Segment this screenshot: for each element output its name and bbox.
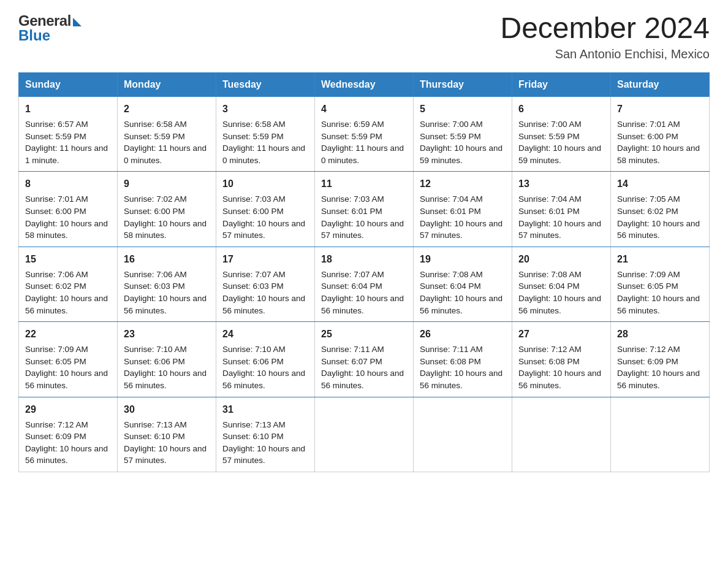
day-number: 18 <box>321 252 407 266</box>
calendar-cell <box>611 397 710 472</box>
day-number: 22 <box>25 327 111 341</box>
calendar-week-row: 8Sunrise: 7:01 AMSunset: 6:00 PMDaylight… <box>19 172 710 247</box>
calendar-cell: 16Sunrise: 7:06 AMSunset: 6:03 PMDayligh… <box>118 247 216 321</box>
day-number: 27 <box>518 327 604 341</box>
col-header-thursday: Thursday <box>414 72 512 96</box>
day-number: 14 <box>617 177 703 191</box>
calendar-cell: 18Sunrise: 7:07 AMSunset: 6:04 PMDayligh… <box>315 247 414 321</box>
day-number: 2 <box>124 102 210 116</box>
day-number: 17 <box>222 252 308 266</box>
day-number: 5 <box>420 102 506 116</box>
month-title: December 2024 <box>500 12 710 45</box>
calendar-cell: 5Sunrise: 7:00 AMSunset: 5:59 PMDaylight… <box>414 96 512 171</box>
col-header-friday: Friday <box>512 72 611 96</box>
calendar-cell: 3Sunrise: 6:58 AMSunset: 5:59 PMDaylight… <box>216 96 315 171</box>
col-header-wednesday: Wednesday <box>315 72 414 96</box>
col-header-tuesday: Tuesday <box>216 72 315 96</box>
calendar-cell: 9Sunrise: 7:02 AMSunset: 6:00 PMDaylight… <box>118 172 216 247</box>
calendar-cell: 4Sunrise: 6:59 AMSunset: 5:59 PMDaylight… <box>315 96 414 171</box>
calendar-cell: 19Sunrise: 7:08 AMSunset: 6:04 PMDayligh… <box>414 247 512 321</box>
day-number: 30 <box>124 402 210 416</box>
day-number: 11 <box>321 177 407 191</box>
calendar-cell: 24Sunrise: 7:10 AMSunset: 6:06 PMDayligh… <box>216 322 315 397</box>
title-section: December 2024 San Antonio Enchisi, Mexic… <box>500 12 710 61</box>
logo-blue-text: Blue <box>18 27 50 44</box>
day-number: 26 <box>420 327 506 341</box>
calendar-week-row: 29Sunrise: 7:12 AMSunset: 6:09 PMDayligh… <box>19 397 710 472</box>
day-number: 7 <box>617 102 703 116</box>
day-number: 6 <box>518 102 604 116</box>
calendar-cell: 27Sunrise: 7:12 AMSunset: 6:08 PMDayligh… <box>512 322 611 397</box>
calendar-cell: 15Sunrise: 7:06 AMSunset: 6:02 PMDayligh… <box>19 247 118 321</box>
calendar-cell: 17Sunrise: 7:07 AMSunset: 6:03 PMDayligh… <box>216 247 315 321</box>
calendar-cell: 23Sunrise: 7:10 AMSunset: 6:06 PMDayligh… <box>118 322 216 397</box>
calendar-cell: 26Sunrise: 7:11 AMSunset: 6:08 PMDayligh… <box>414 322 512 397</box>
day-number: 19 <box>420 252 506 266</box>
calendar-cell: 8Sunrise: 7:01 AMSunset: 6:00 PMDaylight… <box>19 172 118 247</box>
day-number: 24 <box>222 327 308 341</box>
calendar-cell: 11Sunrise: 7:03 AMSunset: 6:01 PMDayligh… <box>315 172 414 247</box>
calendar-table: SundayMondayTuesdayWednesdayThursdayFrid… <box>18 72 710 472</box>
calendar-week-row: 1Sunrise: 6:57 AMSunset: 5:59 PMDaylight… <box>19 96 710 171</box>
calendar-cell <box>315 397 414 472</box>
calendar-cell: 25Sunrise: 7:11 AMSunset: 6:07 PMDayligh… <box>315 322 414 397</box>
day-number: 23 <box>124 327 210 341</box>
calendar-cell <box>414 397 512 472</box>
location-text: San Antonio Enchisi, Mexico <box>500 47 710 61</box>
calendar-cell: 28Sunrise: 7:12 AMSunset: 6:09 PMDayligh… <box>611 322 710 397</box>
calendar-cell: 20Sunrise: 7:08 AMSunset: 6:04 PMDayligh… <box>512 247 611 321</box>
calendar-cell: 13Sunrise: 7:04 AMSunset: 6:01 PMDayligh… <box>512 172 611 247</box>
calendar-cell: 22Sunrise: 7:09 AMSunset: 6:05 PMDayligh… <box>19 322 118 397</box>
day-number: 16 <box>124 252 210 266</box>
day-number: 31 <box>222 402 308 416</box>
calendar-cell: 12Sunrise: 7:04 AMSunset: 6:01 PMDayligh… <box>414 172 512 247</box>
page-header: General Blue December 2024 San Antonio E… <box>18 12 710 61</box>
logo-arrow-icon <box>73 18 82 26</box>
day-number: 8 <box>25 177 111 191</box>
col-header-sunday: Sunday <box>19 72 118 96</box>
calendar-cell: 14Sunrise: 7:05 AMSunset: 6:02 PMDayligh… <box>611 172 710 247</box>
calendar-cell <box>512 397 611 472</box>
calendar-cell: 6Sunrise: 7:00 AMSunset: 5:59 PMDaylight… <box>512 96 611 171</box>
day-number: 1 <box>25 102 111 116</box>
calendar-cell: 30Sunrise: 7:13 AMSunset: 6:10 PMDayligh… <box>118 397 216 472</box>
calendar-cell: 2Sunrise: 6:58 AMSunset: 5:59 PMDaylight… <box>118 96 216 171</box>
day-number: 4 <box>321 102 407 116</box>
calendar-cell: 21Sunrise: 7:09 AMSunset: 6:05 PMDayligh… <box>611 247 710 321</box>
day-number: 20 <box>518 252 604 266</box>
day-number: 3 <box>222 102 308 116</box>
day-number: 28 <box>617 327 703 341</box>
calendar-cell: 29Sunrise: 7:12 AMSunset: 6:09 PMDayligh… <box>19 397 118 472</box>
day-number: 15 <box>25 252 111 266</box>
calendar-week-row: 15Sunrise: 7:06 AMSunset: 6:02 PMDayligh… <box>19 247 710 321</box>
calendar-cell: 10Sunrise: 7:03 AMSunset: 6:00 PMDayligh… <box>216 172 315 247</box>
col-header-saturday: Saturday <box>611 72 710 96</box>
calendar-cell: 31Sunrise: 7:13 AMSunset: 6:10 PMDayligh… <box>216 397 315 472</box>
day-number: 9 <box>124 177 210 191</box>
col-header-monday: Monday <box>118 72 216 96</box>
logo: General Blue <box>18 12 82 44</box>
calendar-cell: 1Sunrise: 6:57 AMSunset: 5:59 PMDaylight… <box>19 96 118 171</box>
day-number: 12 <box>420 177 506 191</box>
day-number: 29 <box>25 402 111 416</box>
calendar-header-row: SundayMondayTuesdayWednesdayThursdayFrid… <box>19 72 710 96</box>
calendar-cell: 7Sunrise: 7:01 AMSunset: 6:00 PMDaylight… <box>611 96 710 171</box>
day-number: 21 <box>617 252 703 266</box>
calendar-week-row: 22Sunrise: 7:09 AMSunset: 6:05 PMDayligh… <box>19 322 710 397</box>
day-number: 13 <box>518 177 604 191</box>
day-number: 25 <box>321 327 407 341</box>
day-number: 10 <box>222 177 308 191</box>
